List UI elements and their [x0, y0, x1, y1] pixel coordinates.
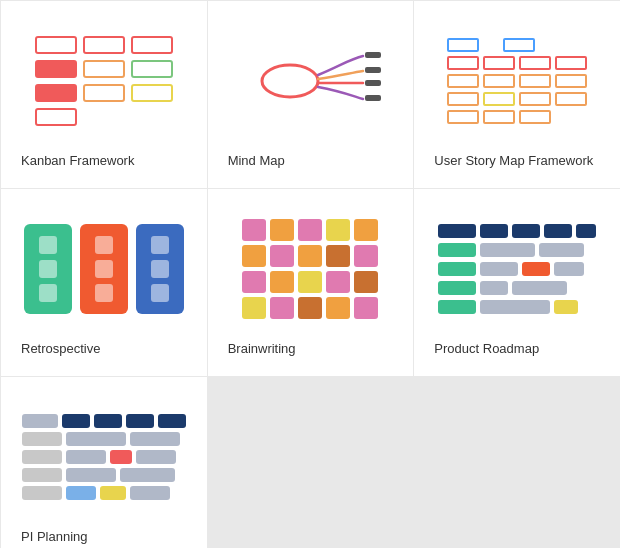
card-productroadmap[interactable]: Product Roadmap: [414, 189, 620, 376]
brain-preview: [228, 209, 394, 329]
card-piplanning[interactable]: PI Planning: [1, 377, 207, 548]
mindmap-preview: [228, 21, 394, 141]
retro-preview: [21, 209, 187, 329]
card-retrospective[interactable]: Retrospective: [1, 189, 207, 376]
card-mindmap[interactable]: Mind Map: [208, 1, 414, 188]
svg-rect-1: [365, 52, 381, 58]
usm-preview: [434, 21, 600, 141]
svg-rect-4: [365, 95, 381, 101]
svg-point-0: [262, 65, 318, 97]
mindmap-label: Mind Map: [228, 153, 285, 168]
roadmap-preview: [434, 209, 600, 329]
usm-label: User Story Map Framework: [434, 153, 593, 168]
pi-label: PI Planning: [21, 529, 88, 544]
retro-label: Retrospective: [21, 341, 100, 356]
svg-rect-3: [365, 80, 381, 86]
svg-rect-2: [365, 67, 381, 73]
card-kanban[interactable]: Kanban Framework: [1, 1, 207, 188]
kanban-label: Kanban Framework: [21, 153, 134, 168]
card-userstorymap[interactable]: User Story Map Framework: [414, 1, 620, 188]
brain-label: Brainwriting: [228, 341, 296, 356]
pi-preview: [21, 397, 187, 517]
card-brainwriting[interactable]: Brainwriting: [208, 189, 414, 376]
template-grid: Kanban Framework Mind Map: [0, 0, 620, 548]
kanban-preview: [21, 21, 187, 141]
roadmap-label: Product Roadmap: [434, 341, 539, 356]
